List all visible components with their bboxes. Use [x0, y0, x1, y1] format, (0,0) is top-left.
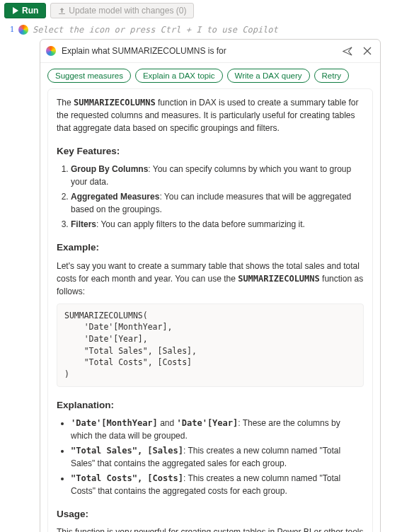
chip-retry[interactable]: Retry — [314, 69, 349, 83]
heading-key-features: Key Features: — [57, 144, 364, 158]
send-icon[interactable] — [340, 44, 355, 58]
chip-write-query[interactable]: Write a DAX query — [227, 69, 310, 83]
example-paragraph: Let's say you want to create a summary t… — [57, 260, 364, 298]
update-model-button[interactable]: Update model with changes (0) — [50, 3, 194, 18]
upload-icon — [58, 7, 66, 15]
usage-paragraph: This function is very powerful for creat… — [57, 526, 364, 532]
features-list: Group By Columns: You can specify column… — [57, 163, 364, 231]
chip-explain-topic[interactable]: Explain a DAX topic — [135, 69, 223, 83]
response-body: The SUMMARIZECOLUMNS function in DAX is … — [47, 88, 373, 532]
chip-suggest-measures[interactable]: Suggest measures — [47, 69, 131, 83]
list-item: "Total Sales", [Sales]: This creates a n… — [71, 444, 364, 470]
editor-line[interactable]: 1 Select the icon or press Ctrl + I to u… — [0, 21, 402, 39]
intro-paragraph: The SUMMARIZECOLUMNS function in DAX is … — [57, 96, 364, 134]
panel-header: Explain what SUMMARIZECOLUMNS is for — [40, 40, 380, 63]
heading-usage: Usage: — [57, 507, 364, 521]
list-item: 'Date'[MonthYear] and 'Date'[Year]: Thes… — [71, 417, 364, 442]
update-label: Update model with changes (0) — [69, 6, 186, 16]
copilot-icon[interactable] — [18, 25, 28, 35]
list-item: "Total Costs", [Costs]: This creates a n… — [71, 472, 364, 497]
run-button[interactable]: Run — [4, 3, 46, 18]
heading-example: Example: — [57, 241, 364, 255]
play-icon — [12, 7, 19, 14]
explanation-list: 'Date'[MonthYear] and 'Date'[Year]: Thes… — [57, 417, 364, 497]
suggestion-chips: Suggest measures Explain a DAX topic Wri… — [40, 63, 380, 88]
copilot-panel: Explain what SUMMARIZECOLUMNS is for Sug… — [40, 39, 381, 532]
list-item: Filters: You can apply filters to the da… — [71, 218, 364, 231]
close-icon[interactable] — [360, 44, 374, 58]
list-item: Group By Columns: You can specify column… — [71, 163, 364, 188]
editor-placeholder: Select the icon or press Ctrl + I to use… — [33, 25, 398, 35]
line-number: 1 — [7, 24, 14, 35]
code-block[interactable]: SUMMARIZECOLUMNS( 'Date'[MonthYear], 'Da… — [57, 303, 364, 387]
heading-explanation: Explanation: — [57, 398, 364, 412]
list-item: Aggregated Measures: You can include mea… — [71, 190, 364, 216]
toolbar: Run Update model with changes (0) — [0, 0, 402, 21]
run-label: Run — [22, 6, 38, 16]
copilot-icon — [46, 46, 56, 56]
panel-title: Explain what SUMMARIZECOLUMNS is for — [62, 46, 335, 56]
